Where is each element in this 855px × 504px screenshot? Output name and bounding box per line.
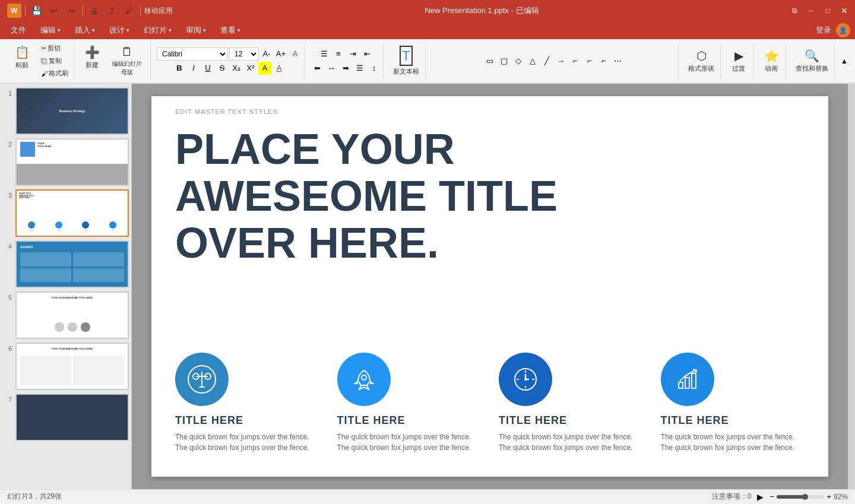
- shape-chevron[interactable]: ⌐: [597, 55, 610, 68]
- right-scrollbar[interactable]: [848, 84, 855, 489]
- italic-button[interactable]: I: [187, 62, 200, 75]
- font-select[interactable]: Calibri: [157, 47, 228, 61]
- edit-master-label: EDIT MASTER TEXT STYLES: [175, 108, 278, 115]
- increase-font-button[interactable]: A+: [274, 47, 287, 61]
- font-size-select[interactable]: 12: [229, 47, 259, 61]
- restore-button[interactable]: ⧉: [788, 5, 800, 17]
- superscript-button[interactable]: X²: [244, 62, 257, 75]
- increase-indent-button[interactable]: ⇥: [346, 47, 359, 61]
- textbox-icon: T: [400, 46, 412, 66]
- cut-button[interactable]: ✂ 剪切: [38, 43, 71, 54]
- bold-button[interactable]: B: [173, 62, 186, 75]
- card-text-3: The quick brown fox jumps over the fence…: [499, 432, 643, 453]
- slide-thumb-3[interactable]: 3 PLACE YOURAWESOME TITLEOVER HERE. TITL…: [2, 189, 129, 237]
- shape-rect[interactable]: ▭: [483, 55, 496, 68]
- new-textbox-button[interactable]: T 新文本框: [390, 43, 423, 78]
- slide-num-1: 1: [2, 87, 12, 97]
- slide-thumb-4[interactable]: 4 AGENDA: [2, 240, 129, 288]
- slide-img-2[interactable]: YOURTITLE HERE: [15, 138, 129, 186]
- menu-review[interactable]: 审阅▾: [180, 23, 212, 38]
- format-painter-button[interactable]: 🖌 格式刷: [38, 68, 71, 79]
- zoom-in-button[interactable]: +: [826, 492, 831, 501]
- slide-canvas[interactable]: EDIT MASTER TEXT STYLES PLACE YOUR AWESE…: [151, 96, 828, 477]
- menu-slideshow[interactable]: 幻灯片▾: [138, 23, 178, 38]
- shape-rounded-rect[interactable]: ▢: [498, 55, 511, 68]
- shape-tools-group: ▭ ▢ ◇ △ ╱ → ⌐ ⌐ ⌐ ⋯: [429, 43, 679, 79]
- minimize-button[interactable]: ─: [805, 5, 817, 17]
- slide-main-title[interactable]: PLACE YOUR AWESEOME TITLE OVER HERE.: [175, 126, 591, 267]
- pointer-button[interactable]: 🖊: [122, 4, 137, 18]
- slide-num-5: 5: [2, 291, 12, 301]
- menu-file[interactable]: 文件: [5, 23, 32, 38]
- slide-img-1[interactable]: Business Strategy: [15, 87, 129, 135]
- edit-master-icon: 🗒: [121, 45, 133, 59]
- svg-rect-15: [679, 382, 683, 388]
- close-button[interactable]: ✕: [838, 5, 850, 17]
- shape-arrow[interactable]: →: [555, 55, 568, 68]
- slide-thumb-2[interactable]: 2 YOURTITLE HERE: [2, 138, 129, 186]
- menu-design[interactable]: 设计▾: [103, 23, 135, 38]
- line-spacing-button[interactable]: ↕: [368, 62, 381, 75]
- transition-group: ▶ 过渡: [724, 43, 753, 79]
- print-button[interactable]: 🖨: [87, 4, 101, 18]
- shape-more[interactable]: ⋯: [612, 55, 625, 68]
- slide-img-7[interactable]: [15, 394, 129, 441]
- paste-button[interactable]: 📋 粘贴: [7, 43, 37, 79]
- zoom-out-button[interactable]: −: [770, 492, 774, 501]
- align-right-button[interactable]: ➡: [339, 62, 352, 75]
- format-shape-button[interactable]: ⬡ 格式形状: [685, 46, 718, 75]
- ribbon-collapse-button[interactable]: ▲: [838, 55, 850, 68]
- save-button[interactable]: 💾: [29, 4, 43, 18]
- decrease-font-button[interactable]: A-: [260, 47, 273, 61]
- shape-bracket[interactable]: ⌐: [583, 55, 596, 68]
- menu-insert[interactable]: 插入▾: [69, 23, 101, 38]
- highlight-button[interactable]: A: [258, 62, 271, 75]
- slide-panel[interactable]: 1 Business Strategy 2 YOURTITLE HERE 3 P…: [0, 84, 132, 489]
- shape-line[interactable]: ╱: [540, 55, 553, 68]
- decrease-indent-button[interactable]: ⇤: [360, 47, 373, 61]
- slide-thumb-7[interactable]: 7: [2, 394, 129, 441]
- align-left-button[interactable]: ⬅: [311, 62, 324, 75]
- justify-button[interactable]: ☰: [353, 62, 366, 75]
- redo-button[interactable]: ↪: [65, 4, 79, 18]
- edit-master-button[interactable]: 🗒 编辑幻灯片母版: [106, 43, 148, 79]
- slide-thumb-1[interactable]: 1 Business Strategy: [2, 87, 129, 135]
- login-label[interactable]: 登录: [816, 25, 831, 36]
- clear-format-button[interactable]: A: [289, 47, 302, 61]
- menu-view[interactable]: 查看▾: [214, 23, 246, 38]
- shape-triangle[interactable]: △: [526, 55, 539, 68]
- find-replace-button[interactable]: 🔍 查找和替换: [792, 46, 832, 75]
- align-center-button[interactable]: ↔: [325, 62, 338, 75]
- numbering-button[interactable]: ≡: [332, 47, 345, 61]
- slide-thumb-5[interactable]: 5 TYPE YOUR AWESOME TITLE HERE: [2, 291, 129, 339]
- bullets-button[interactable]: ☰: [318, 47, 331, 61]
- slide-thumb-6[interactable]: 6 TYPE YOUR AWESOME TITLE HERE: [2, 343, 129, 390]
- new-slide-button[interactable]: ➕ 新建: [80, 43, 104, 79]
- slide-img-3[interactable]: PLACE YOURAWESOME TITLEOVER HERE. TITLE …: [15, 189, 129, 237]
- quick-access-toolbar: W 💾 ↩ ↪ 🖨 ⤴ 🖊 移动应用: [5, 4, 175, 18]
- clock-icon: [511, 364, 540, 394]
- underline-button[interactable]: U: [201, 62, 214, 75]
- undo-button[interactable]: ↩: [47, 4, 61, 18]
- slide-img-6[interactable]: TYPE YOUR AWESOME TITLE HERE: [15, 343, 129, 390]
- slide-img-4[interactable]: AGENDA: [15, 240, 129, 288]
- share-button[interactable]: ⤴: [104, 4, 119, 18]
- shape-connector[interactable]: ⌐: [569, 55, 582, 68]
- subscript-button[interactable]: X₂: [230, 62, 243, 75]
- font-color-button[interactable]: A: [273, 62, 286, 75]
- transition-button[interactable]: ▶ 过渡: [727, 46, 750, 75]
- icon-card-4: TITLE HERE The quick brown fox jumps ove…: [661, 353, 805, 453]
- paste-icon: 📋: [15, 45, 30, 59]
- shape-diamond[interactable]: ◇: [512, 55, 525, 68]
- user-avatar[interactable]: 👤: [836, 23, 850, 37]
- window-title: New Presentation 1.pptx - 已编辑: [175, 5, 788, 16]
- slide-img-5[interactable]: TYPE YOUR AWESOME TITLE HERE: [15, 291, 129, 339]
- animate-button[interactable]: ⭐ 动画: [759, 46, 783, 75]
- play-button[interactable]: ▶: [757, 492, 764, 502]
- card-text-4: The quick brown fox jumps over the fence…: [661, 432, 805, 453]
- copy-button[interactable]: ⿻ 复制: [38, 55, 71, 66]
- app-logo[interactable]: W: [7, 4, 21, 18]
- menu-edit[interactable]: 编辑▾: [34, 23, 66, 38]
- maximize-button[interactable]: □: [822, 5, 834, 17]
- strikethrough-button[interactable]: S: [216, 62, 229, 75]
